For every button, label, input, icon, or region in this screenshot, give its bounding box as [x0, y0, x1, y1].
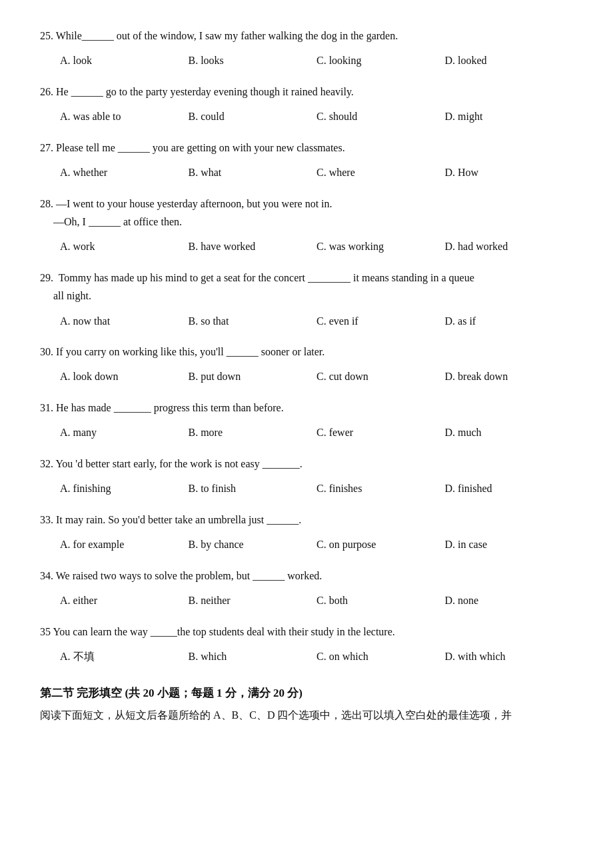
- question-28-text: 28. —I went to your house yesterday afte…: [40, 195, 573, 231]
- question-32-text: 32. You 'd better start early, for the w…: [40, 455, 573, 473]
- question-34: 34. We raised two ways to solve the prob…: [40, 567, 573, 611]
- question-29-options: A. now that B. so that C. even if D. as …: [60, 312, 573, 331]
- question-34-text: 34. We raised two ways to solve the prob…: [40, 567, 573, 585]
- question-26-text: 26. He ______ go to the party yesterday …: [40, 83, 573, 101]
- question-29: 29. Tommy has made up his mind to get a …: [40, 269, 573, 331]
- q32-option-c: C. finishes: [316, 479, 445, 499]
- question-25-text: 25. While______ out of the window, I saw…: [40, 27, 573, 45]
- q26-option-c: C. should: [316, 107, 445, 127]
- section2-block: 第二节 完形填空 (共 20 小题；每题 1 分，满分 20 分) 阅读下面短文…: [40, 685, 573, 725]
- q35-option-b: B. which: [189, 647, 317, 667]
- q30-option-d: D. break down: [445, 367, 574, 387]
- q27-option-b: B. what: [189, 163, 317, 183]
- q31-option-d: D. much: [445, 423, 574, 443]
- q32-option-d: D. finished: [445, 479, 574, 499]
- question-30: 30. If you carry on working like this, y…: [40, 343, 573, 387]
- exam-content: 25. While______ out of the window, I saw…: [40, 27, 573, 725]
- q26-option-b: B. could: [189, 107, 317, 127]
- q25-option-a: A. look: [60, 51, 189, 71]
- q32-option-a: A. finishing: [60, 479, 189, 499]
- question-33-text: 33. It may rain. So you'd better take an…: [40, 511, 573, 529]
- section2-header: 第二节 完形填空 (共 20 小题；每题 1 分，满分 20 分): [40, 685, 573, 701]
- question-32: 32. You 'd better start early, for the w…: [40, 455, 573, 499]
- q29-option-a: A. now that: [60, 312, 189, 331]
- question-28-options: A. work B. have worked C. was working D.…: [60, 237, 573, 257]
- question-32-options: A. finishing B. to finish C. finishes D.…: [60, 479, 573, 499]
- q28-option-d: D. had worked: [445, 237, 574, 257]
- q30-option-a: A. look down: [60, 367, 189, 387]
- question-25: 25. While______ out of the window, I saw…: [40, 27, 573, 71]
- question-26-options: A. was able to B. could C. should D. mig…: [60, 107, 573, 127]
- q25-option-c: C. looking: [316, 51, 445, 71]
- q29-option-c: C. even if: [316, 312, 445, 331]
- q31-option-b: B. more: [189, 423, 317, 443]
- q32-option-b: B. to finish: [189, 479, 317, 499]
- q33-option-b: B. by chance: [189, 535, 317, 555]
- question-33: 33. It may rain. So you'd better take an…: [40, 511, 573, 555]
- question-25-options: A. look B. looks C. looking D. looked: [60, 51, 573, 71]
- q30-option-b: B. put down: [189, 367, 317, 387]
- q28-option-c: C. was working: [316, 237, 445, 257]
- section2-note: 阅读下面短文，从短文后各题所给的 A、B、C、D 四个选项中，选出可以填入空白处…: [40, 706, 573, 725]
- question-31-text: 31. He has made _______ progress this te…: [40, 399, 573, 417]
- question-31-options: A. many B. more C. fewer D. much: [60, 423, 573, 443]
- q34-option-a: A. either: [60, 591, 189, 611]
- q28-option-a: A. work: [60, 237, 189, 257]
- q27-option-d: D. How: [445, 163, 574, 183]
- question-33-options: A. for example B. by chance C. on purpos…: [60, 535, 573, 555]
- q31-option-c: C. fewer: [316, 423, 445, 443]
- q29-option-d: D. as if: [445, 312, 574, 331]
- question-27: 27. Please tell me ______ you are gettin…: [40, 139, 573, 183]
- q27-option-a: A. whether: [60, 163, 189, 183]
- question-26: 26. He ______ go to the party yesterday …: [40, 83, 573, 127]
- q27-option-c: C. where: [316, 163, 445, 183]
- question-30-text: 30. If you carry on working like this, y…: [40, 343, 573, 361]
- question-29-text: 29. Tommy has made up his mind to get a …: [40, 269, 573, 305]
- question-35-options: A. 不填 B. which C. on which D. with which: [60, 647, 573, 667]
- question-27-text: 27. Please tell me ______ you are gettin…: [40, 139, 573, 157]
- q34-option-d: D. none: [445, 591, 574, 611]
- q28-option-b: B. have worked: [189, 237, 317, 257]
- q30-option-c: C. cut down: [316, 367, 445, 387]
- q25-option-d: D. looked: [445, 51, 574, 71]
- question-27-options: A. whether B. what C. where D. How: [60, 163, 573, 183]
- question-35-text: 35 You can learn the way _____the top st…: [40, 623, 573, 641]
- q34-option-b: B. neither: [189, 591, 317, 611]
- q25-option-b: B. looks: [189, 51, 317, 71]
- q33-option-a: A. for example: [60, 535, 189, 555]
- q33-option-c: C. on purpose: [316, 535, 445, 555]
- q35-option-c: C. on which: [316, 647, 445, 667]
- q33-option-d: D. in case: [445, 535, 574, 555]
- question-31: 31. He has made _______ progress this te…: [40, 399, 573, 443]
- q35-option-a: A. 不填: [60, 647, 189, 667]
- q26-option-d: D. might: [445, 107, 574, 127]
- q31-option-a: A. many: [60, 423, 189, 443]
- question-28: 28. —I went to your house yesterday afte…: [40, 195, 573, 257]
- q26-option-a: A. was able to: [60, 107, 189, 127]
- question-34-options: A. either B. neither C. both D. none: [60, 591, 573, 611]
- q29-option-b: B. so that: [189, 312, 317, 331]
- question-35: 35 You can learn the way _____the top st…: [40, 623, 573, 667]
- question-30-options: A. look down B. put down C. cut down D. …: [60, 367, 573, 387]
- q34-option-c: C. both: [316, 591, 445, 611]
- q35-option-d: D. with which: [445, 647, 574, 667]
